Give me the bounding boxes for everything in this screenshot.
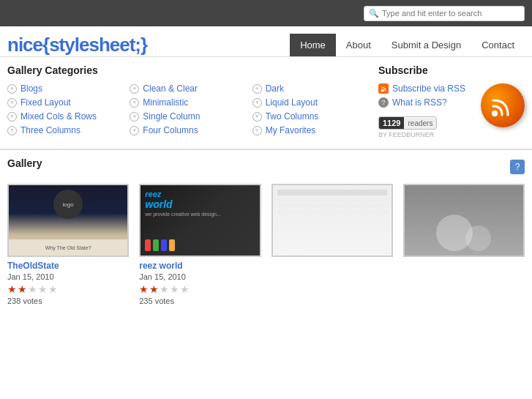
gallery-thumbnail[interactable]: [403, 184, 525, 257]
star-3: ★: [160, 283, 169, 295]
search-input[interactable]: [382, 9, 514, 18]
list-item: + Three Columns: [7, 125, 126, 135]
star-5: ★: [180, 283, 190, 295]
rss-link-item: Subscribe via RSS: [378, 83, 473, 94]
cat-col-3: + Dark + Liquid Layout + Two Columns + M…: [252, 83, 371, 135]
gallery-votes: 235 votes: [139, 297, 261, 305]
gallery-section: Gallery ? logo Why The Old State? TheOld…: [0, 150, 532, 313]
list-item: + Blogs: [7, 83, 126, 94]
list-item: + Clean & Clear: [130, 83, 248, 94]
categories-title: Gallery Categories: [7, 64, 371, 76]
cat-link-clean[interactable]: Clean & Clear: [143, 83, 198, 94]
gallery-icon-button[interactable]: ?: [510, 160, 525, 174]
plus-icon: +: [130, 98, 139, 108]
thumb-bar: Why The Old State?: [9, 239, 127, 256]
list-item: + Fixed Layout: [7, 97, 126, 108]
plus-icon: +: [7, 84, 17, 94]
star-2: ★: [18, 283, 27, 295]
gallery-thumbnail[interactable]: reezworld we provide creative web design…: [139, 184, 261, 257]
feedburner-by: BY FEEDBURNER: [378, 131, 473, 138]
thumb-content: [405, 185, 523, 256]
cat-link-three[interactable]: Three Columns: [20, 125, 80, 135]
list-item: + Two Columns: [252, 111, 371, 122]
reez-bottles: [145, 239, 255, 251]
cat-link-two[interactable]: Two Columns: [266, 111, 319, 122]
list-item: + Four Columns: [130, 125, 248, 135]
nav-about[interactable]: About: [336, 34, 381, 56]
main-nav: Home About Submit a Design Contact: [290, 34, 525, 56]
gallery-title: Gallery: [7, 157, 42, 169]
logo: nice{stylesheet;}: [7, 34, 147, 56]
gallery-grid: logo Why The Old State? TheOldState Jan …: [7, 184, 525, 305]
gallery-item: [271, 184, 393, 305]
star-1: ★: [139, 283, 149, 295]
star-4: ★: [38, 283, 48, 295]
gallery-item-title[interactable]: TheOldState: [7, 261, 129, 271]
list-item: + Minimalistic: [130, 97, 248, 108]
subscribe-rss-link[interactable]: Subscribe via RSS: [392, 83, 465, 94]
cat-link-dark[interactable]: Dark: [266, 83, 284, 94]
cat-link-mixed[interactable]: Mixed Cols & Rows: [20, 111, 97, 122]
plus-icon: +: [130, 84, 139, 94]
plus-icon: +: [7, 126, 17, 135]
thumb-content: logo: [9, 190, 127, 219]
plus-icon: +: [252, 126, 262, 135]
reader-count: 1129: [379, 117, 404, 129]
plus-icon: +: [252, 98, 262, 108]
plus-icon: +: [7, 112, 17, 122]
categories-section: Gallery Categories + Blogs + Fixed Layou…: [7, 64, 371, 138]
what-rss-link[interactable]: What is RSS?: [392, 97, 447, 108]
nav-contact[interactable]: Contact: [471, 34, 525, 56]
star-4: ★: [170, 283, 179, 295]
list-item: + My Favorites: [252, 125, 371, 135]
cat-col-2: + Clean & Clear + Minimalistic + Single …: [130, 83, 248, 135]
gallery-thumbnail[interactable]: [271, 184, 393, 257]
cat-col-1: + Blogs + Fixed Layout + Mixed Cols & Ro…: [7, 83, 126, 135]
thumb-content: reezworld we provide creative web design…: [141, 185, 259, 256]
gallery-thumbnail[interactable]: logo Why The Old State?: [7, 184, 129, 257]
main-content: Gallery Categories + Blogs + Fixed Layou…: [0, 57, 532, 150]
gallery-item: reezworld we provide creative web design…: [139, 184, 261, 305]
logo-colored: stylesheet;: [49, 34, 141, 56]
star-3: ★: [28, 283, 37, 295]
search-box[interactable]: 🔍: [364, 6, 525, 21]
gallery-item-date: Jan 15, 2010: [139, 272, 261, 281]
nav-submit[interactable]: Submit a Design: [381, 34, 471, 56]
subscribe-links: Subscribe via RSS ? What is RSS? 1129 re…: [378, 83, 473, 138]
plus-icon: +: [130, 112, 139, 122]
svg-point-0: [381, 89, 383, 92]
star-1: ★: [7, 283, 17, 295]
question-icon: ?: [378, 97, 389, 108]
top-bar: 🔍: [0, 0, 532, 26]
categories-grid: + Blogs + Fixed Layout + Mixed Cols & Ro…: [7, 83, 371, 135]
cat-link-four[interactable]: Four Columns: [143, 125, 198, 135]
cat-link-fixed[interactable]: Fixed Layout: [20, 97, 71, 108]
what-rss-item: ? What is RSS?: [378, 97, 473, 108]
cat-link-blogs[interactable]: Blogs: [20, 83, 42, 94]
star-2: ★: [149, 283, 159, 295]
nav-home[interactable]: Home: [290, 34, 336, 56]
cat-link-single[interactable]: Single Column: [143, 111, 200, 122]
subscribe-row: Subscribe via RSS ? What is RSS? 1129 re…: [378, 83, 525, 138]
feedburner-badge: 1129 readers: [378, 116, 437, 130]
cat-link-minimalistic[interactable]: Minimalistic: [143, 97, 188, 108]
plus-icon: +: [7, 98, 17, 108]
readers-label: readers: [404, 118, 436, 129]
gallery-item-date: Jan 15, 2010: [7, 272, 129, 281]
gallery-item-title[interactable]: reez world: [139, 261, 261, 271]
cat-link-favorites[interactable]: My Favorites: [266, 125, 316, 135]
list-item: + Dark: [252, 83, 371, 94]
reez-logo: reezworld: [145, 190, 255, 210]
subscribe-section: Subscribe Subscribe via RSS ? What is: [378, 64, 525, 138]
feedburner-area: 1129 readers BY FEEDBURNER: [378, 112, 473, 138]
logo-nav-row: nice{stylesheet;} Home About Submit a De…: [0, 26, 532, 57]
rss-icon: [378, 83, 389, 94]
plus-icon: +: [252, 112, 262, 122]
list-item: + Liquid Layout: [252, 97, 371, 108]
cat-link-liquid[interactable]: Liquid Layout: [266, 97, 318, 108]
rss-ball-icon: [481, 83, 525, 127]
star-rating: ★ ★ ★ ★ ★: [7, 283, 129, 295]
gallery-header: Gallery ?: [7, 157, 525, 176]
plus-icon: +: [130, 126, 139, 135]
gallery-votes: 238 votes: [7, 297, 129, 305]
